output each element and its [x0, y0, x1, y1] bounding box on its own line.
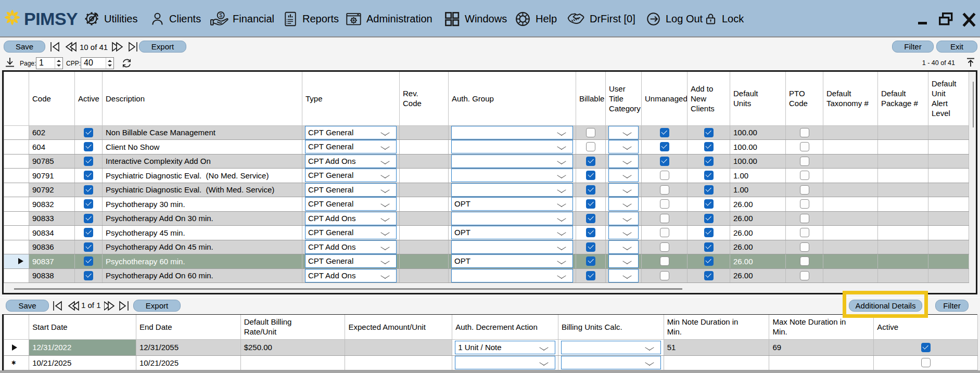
svg-text:$: $: [219, 12, 222, 18]
